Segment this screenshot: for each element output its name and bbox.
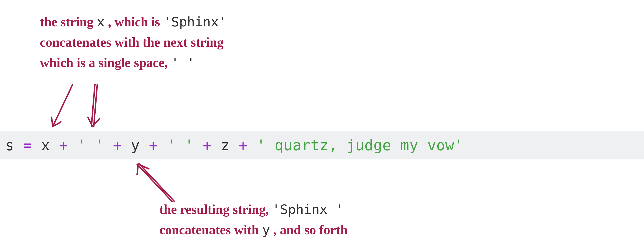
code-block: s = x + ' ' + y + ' ' + z + ' quartz, ju… <box>0 131 644 160</box>
annotation-bottom-line1: the resulting string, 'Sphinx ' <box>159 199 348 220</box>
anno-text: , which is <box>108 14 160 29</box>
annotation-bottom-line2: concatenates with y , and so forth <box>159 220 348 240</box>
code-op-plus: + <box>194 137 221 154</box>
code-var-y: y <box>131 137 140 154</box>
anno-literal-sphinx-space: 'Sphinx ' <box>272 202 343 217</box>
code-op-plus: + <box>104 137 131 154</box>
anno-text: the resulting string, <box>159 202 269 217</box>
code-op-eq: = <box>14 137 41 154</box>
anno-var-y: y <box>262 222 270 237</box>
annotation-top-line1: the string x , which is 'Sphinx' <box>40 12 226 32</box>
code-op-plus: + <box>230 137 256 154</box>
anno-literal-sphinx: 'Sphinx' <box>163 14 226 29</box>
arrow-to-x-icon <box>44 82 80 134</box>
anno-text: concatenates with <box>159 222 259 237</box>
annotation-top-line2: concatenates with the next string <box>40 32 226 52</box>
anno-literal-space: ' ' <box>171 55 195 70</box>
code-op-plus: + <box>50 137 77 154</box>
code-var-s: s <box>5 137 14 154</box>
arrow-to-space-icon <box>78 82 111 134</box>
anno-text: , and so forth <box>273 222 348 237</box>
code-var-x: x <box>41 137 50 154</box>
annotation-top: the string x , which is 'Sphinx' concate… <box>40 12 226 73</box>
annotation-top-line3: which is a single space, ' ' <box>40 52 226 73</box>
code-str-space1: ' ' <box>77 137 104 154</box>
code-op-plus: + <box>140 137 167 154</box>
arrow-to-plus-y-icon <box>128 160 179 204</box>
code-str-quartz: ' quartz, judge my vow' <box>256 137 463 154</box>
annotation-bottom: the resulting string, 'Sphinx ' concaten… <box>159 199 348 240</box>
anno-text: which is a single space, <box>40 55 168 70</box>
anno-var-x: x <box>97 14 105 29</box>
code-str-space2: ' ' <box>167 137 194 154</box>
anno-text: the string <box>40 14 94 29</box>
code-var-z: z <box>221 137 230 154</box>
